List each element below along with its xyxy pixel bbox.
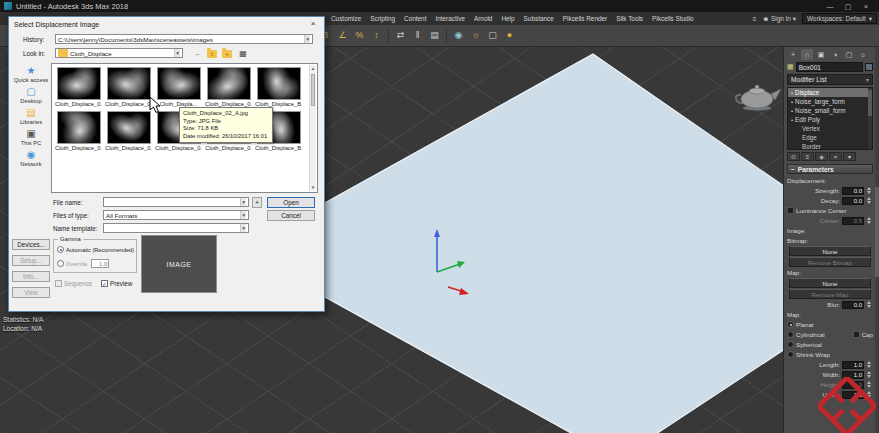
- sidebar-item-libraries[interactable]: ▤Libraries: [13, 107, 49, 125]
- blur-field[interactable]: 0.0: [842, 301, 864, 309]
- mirror-icon[interactable]: ⇄: [393, 28, 408, 43]
- display-tab-icon[interactable]: ▢: [843, 49, 855, 60]
- file-item[interactable]: Cloth_Displace_0...: [55, 111, 102, 151]
- material-editor-icon[interactable]: ◉: [451, 28, 466, 43]
- file-item[interactable]: Cloth_Displace_0...: [55, 67, 102, 107]
- filename-input[interactable]: ▾: [103, 197, 249, 207]
- minimize-button[interactable]: —: [821, 1, 839, 12]
- blur-spinner[interactable]: [865, 300, 873, 309]
- percent-snap-icon[interactable]: %: [352, 28, 367, 43]
- open-button[interactable]: Open: [267, 197, 315, 208]
- angle-snap-icon[interactable]: ∠: [335, 28, 350, 43]
- pin-stack-button[interactable]: ⊙: [787, 152, 800, 161]
- object-name-field[interactable]: Box001: [796, 62, 863, 72]
- remove-modifier-button[interactable]: ×: [829, 152, 842, 161]
- workspaces-dropdown[interactable]: Workspaces: Default ▾: [802, 13, 877, 24]
- add-filename-button[interactable]: +: [252, 197, 262, 208]
- history-dropdown[interactable]: C:\Users\jenny\Documents\3dsMax\sceneass…: [55, 34, 313, 44]
- stack-item-edge[interactable]: Edge: [788, 133, 872, 142]
- decay-spinner[interactable]: [865, 196, 873, 205]
- menu-item-scripting[interactable]: Scripting: [370, 15, 395, 22]
- gamma-override-field[interactable]: 1.0: [91, 259, 109, 268]
- scene-explorer-icon[interactable]: ▤: [427, 28, 442, 43]
- devices-button[interactable]: Devices...: [12, 239, 50, 250]
- stack-item-noise-large[interactable]: •Noise_large_form: [788, 97, 872, 106]
- template-dropdown[interactable]: ▾: [103, 223, 249, 233]
- create-tab-icon[interactable]: +: [787, 49, 799, 60]
- stack-item-noise-small[interactable]: •Noise_small_form: [788, 106, 872, 115]
- dialog-close-icon[interactable]: ×: [302, 17, 324, 31]
- file-item[interactable]: Cloth_Displace_B...: [255, 67, 302, 107]
- object-color-swatch[interactable]: [865, 63, 873, 71]
- gamma-override-radio[interactable]: [57, 260, 64, 267]
- stack-item-edit-poly[interactable]: •Edit Poly: [788, 115, 872, 124]
- shrink-wrap-radio[interactable]: [787, 351, 794, 358]
- sign-in-button[interactable]: ☻ Sign In ▾: [763, 15, 796, 23]
- center-field[interactable]: 0.5: [842, 217, 864, 225]
- file-item[interactable]: Cloth_Displace_0...: [105, 67, 152, 107]
- strength-spinner[interactable]: [865, 186, 873, 195]
- decay-field[interactable]: 0.0: [842, 197, 864, 205]
- render-production-icon[interactable]: ●: [502, 28, 517, 43]
- menu-item-customize[interactable]: Customize: [331, 15, 361, 22]
- dialog-title-bar[interactable]: Select Displacement Image ×: [9, 17, 324, 31]
- strength-field[interactable]: 0.0: [842, 187, 864, 195]
- cap-checkbox[interactable]: [853, 331, 860, 338]
- file-item[interactable]: Cloth_Displa...: [155, 67, 202, 107]
- panel-scrollbar[interactable]: [875, 47, 879, 433]
- filetype-dropdown[interactable]: All Formats ▾: [103, 210, 249, 220]
- cylindrical-radio[interactable]: [787, 331, 794, 338]
- sidebar-item-network[interactable]: ◉Network: [13, 149, 49, 167]
- parameters-rollout-header[interactable]: − Parameters: [787, 164, 873, 174]
- spinner-snap-icon[interactable]: ↕: [369, 28, 384, 43]
- map-none-button[interactable]: None: [789, 278, 871, 288]
- bitmap-none-button[interactable]: None: [789, 246, 871, 256]
- show-end-result-button[interactable]: ≡: [801, 152, 814, 161]
- stack-item-displace[interactable]: •Displace: [788, 88, 872, 97]
- menu-item-content[interactable]: Content: [404, 15, 426, 22]
- motion-tab-icon[interactable]: ◑: [829, 49, 841, 60]
- close-button[interactable]: ×: [857, 1, 875, 12]
- file-item[interactable]: Cloth_Displace_0...: [105, 111, 152, 151]
- hierarchy-tab-icon[interactable]: ▣: [815, 49, 827, 60]
- modifier-list-dropdown[interactable]: Modifier List ▾: [787, 74, 873, 85]
- modify-tab-icon[interactable]: ∩: [801, 49, 813, 60]
- back-icon[interactable]: ←: [192, 48, 204, 59]
- menu-item-help[interactable]: Help: [501, 15, 514, 22]
- preview-checkbox[interactable]: ✓: [101, 280, 108, 287]
- length-field[interactable]: 1.0: [842, 361, 864, 369]
- sidebar-item-this-pc[interactable]: ▣This PC: [13, 128, 49, 146]
- scroll-down-icon[interactable]: ▼: [310, 184, 316, 191]
- cancel-button[interactable]: Cancel: [267, 210, 315, 221]
- scroll-up-icon[interactable]: ▲: [310, 65, 316, 72]
- file-list-scrollbar[interactable]: ▲ ▼: [309, 65, 316, 191]
- rendered-frame-icon[interactable]: ▢: [485, 28, 500, 43]
- maximize-button[interactable]: ▢: [839, 1, 857, 12]
- hamburger-menu-icon[interactable]: ≡: [753, 15, 757, 22]
- utilities-tab-icon[interactable]: ☼: [857, 49, 869, 60]
- render-setup-icon[interactable]: ☼: [468, 28, 483, 43]
- menu-item-silk-tools[interactable]: Silk Tools: [616, 15, 643, 22]
- sidebar-item-quick-access[interactable]: ★Quick access: [13, 65, 49, 83]
- menu-item-pikcells-studio[interactable]: Pikcells Studio: [652, 15, 694, 22]
- file-item[interactable]: Cloth_Displace_0...: [205, 67, 252, 107]
- up-one-level-icon[interactable]: ⇧: [207, 48, 219, 59]
- lookin-dropdown[interactable]: Cloth_Displace ▾: [55, 48, 183, 58]
- menu-item-arnold[interactable]: Arnold: [474, 15, 492, 22]
- align-icon[interactable]: ‖: [410, 28, 425, 43]
- gamma-automatic-radio[interactable]: [57, 246, 64, 253]
- planar-radio[interactable]: [787, 321, 794, 328]
- spherical-radio[interactable]: [787, 341, 794, 348]
- menu-item-interactive[interactable]: Interactive: [435, 15, 464, 22]
- length-spinner[interactable]: [865, 360, 873, 369]
- new-folder-icon[interactable]: +: [222, 48, 234, 59]
- sidebar-item-desktop[interactable]: ▢Desktop: [13, 86, 49, 104]
- menu-item-pikcells-render[interactable]: Pikcells Render: [563, 15, 607, 22]
- stack-scrollbar[interactable]: [868, 88, 872, 149]
- view-menu-icon[interactable]: ▦: [237, 48, 249, 59]
- stack-item-border[interactable]: Border: [788, 142, 872, 150]
- configure-modifier-button[interactable]: ▾: [843, 152, 856, 161]
- menu-item-substance[interactable]: Substance: [524, 15, 554, 22]
- center-spinner[interactable]: [865, 216, 873, 225]
- luminance-center-checkbox[interactable]: [787, 207, 794, 214]
